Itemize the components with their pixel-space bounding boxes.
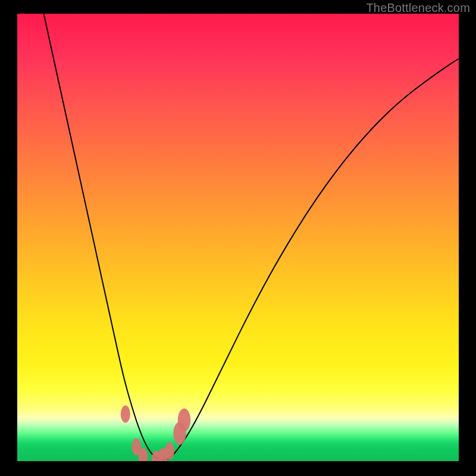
curve-marker (121, 406, 130, 423)
curve-markers (121, 406, 190, 461)
chart-area (17, 14, 459, 461)
curve-line (44, 14, 459, 460)
bottleneck-curve (17, 14, 459, 461)
curve-marker (178, 409, 190, 432)
curve-marker (165, 442, 174, 459)
watermark-text: TheBottleneck.com (366, 1, 470, 15)
